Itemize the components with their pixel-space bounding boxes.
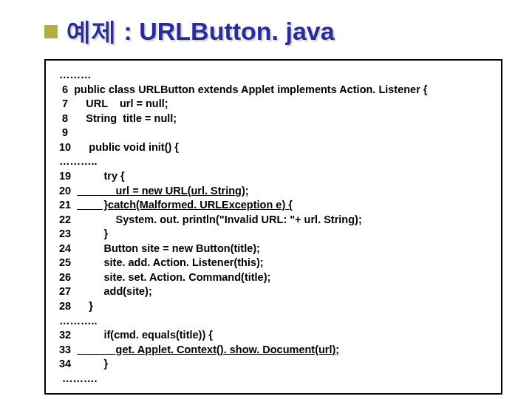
code-line: ………. bbox=[56, 372, 491, 386]
code-line: 24 Button site = new Button(title); bbox=[56, 242, 491, 256]
code-line: 20 url = new URL(url. String); bbox=[56, 184, 491, 199]
code-line: ……… bbox=[56, 68, 491, 83]
code-line: 25 site. add. Action. Listener(this); bbox=[56, 256, 491, 270]
code-line: 23 } bbox=[56, 227, 491, 242]
code-line: 21 }catch(Malformed. URLException e) { bbox=[56, 198, 491, 213]
title-bullet-icon bbox=[44, 25, 58, 38]
code-line: 19 try { bbox=[56, 169, 491, 184]
code-text: get. Applet. Context(). show. Document(u… bbox=[77, 344, 339, 355]
code-line: 28 } bbox=[56, 299, 491, 314]
code-text: }catch(Malformed. URLException e) { bbox=[77, 199, 293, 211]
code-line: 7 URL url = null; bbox=[56, 97, 491, 112]
code-line: ……….. bbox=[56, 314, 491, 329]
code-line: 10 public void init() { bbox=[56, 140, 491, 155]
slide-title: 예제 : URLButton. java bbox=[44, 15, 502, 49]
code-line: 6 public class URLButton extends Applet … bbox=[56, 83, 491, 98]
code-line: 34 } bbox=[56, 357, 491, 372]
code-line: 33 get. Applet. Context(). show. Documen… bbox=[56, 343, 491, 358]
line-number: 21 bbox=[56, 199, 77, 211]
code-text: url = new URL(url. String); bbox=[77, 185, 248, 197]
code-block: ……… 6 public class URLButton extends App… bbox=[44, 59, 502, 395]
code-line: 27 add(site); bbox=[56, 284, 491, 299]
code-line: 8 String title = null; bbox=[56, 112, 491, 126]
title-text: 예제 : URLButton. java bbox=[66, 15, 335, 49]
code-line: ……….. bbox=[56, 154, 491, 169]
code-line: 26 site. set. Action. Command(title); bbox=[56, 270, 491, 285]
line-number: 33 bbox=[56, 344, 77, 355]
code-line: 9 bbox=[56, 126, 491, 140]
line-number: 20 bbox=[56, 185, 77, 197]
code-line: 22 System. out. println("Invalid URL: "+… bbox=[56, 213, 491, 228]
slide: 예제 : URLButton. java ……… 6 public class … bbox=[0, 0, 532, 399]
code-line: 32 if(cmd. equals(title)) { bbox=[56, 328, 491, 343]
